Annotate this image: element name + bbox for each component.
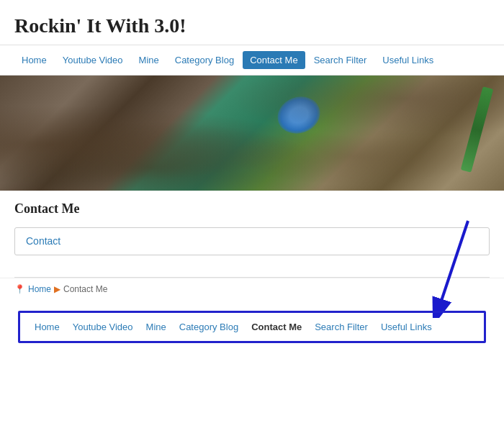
bottom-section: Home Youtube Video Mine Category Blog Co (0, 304, 504, 350)
bottom-nav-link-home[interactable]: Home (29, 319, 66, 335)
nav-link-contact-me[interactable]: Contact Me (243, 51, 305, 69)
bottom-nav-link-useful-links[interactable]: Useful Links (375, 319, 438, 335)
main-nav: Home Youtube Video Mine Category Blog Co… (0, 45, 504, 76)
site-header: Rockin' It With 3.0! (0, 0, 504, 45)
bottom-nav-link-category-blog[interactable]: Category Blog (174, 319, 244, 335)
bottom-nav-wrapper: Home Youtube Video Mine Category Blog Co (7, 304, 497, 350)
bottom-nav: Home Youtube Video Mine Category Blog Co (29, 319, 475, 335)
hero-overlay (0, 76, 504, 191)
breadcrumb-separator: ▶ (54, 284, 60, 294)
nav-link-search-filter[interactable]: Search Filter (307, 51, 374, 69)
nav-item-category-blog[interactable]: Category Blog (168, 51, 241, 69)
bottom-nav-item-youtube[interactable]: Youtube Video (67, 319, 139, 335)
nav-link-category-blog[interactable]: Category Blog (168, 51, 241, 69)
hero-image (0, 76, 504, 191)
nav-item-useful-links[interactable]: Useful Links (375, 51, 441, 69)
nav-item-mine[interactable]: Mine (132, 51, 166, 69)
nav-link-youtube[interactable]: Youtube Video (55, 51, 130, 69)
nav-item-search-filter[interactable]: Search Filter (307, 51, 374, 69)
breadcrumb-current: Contact Me (63, 284, 107, 294)
nav-item-youtube[interactable]: Youtube Video (55, 51, 130, 69)
bottom-nav-link-mine[interactable]: Mine (140, 319, 172, 335)
contact-link[interactable]: Contact (26, 235, 60, 247)
nav-link-home[interactable]: Home (14, 51, 54, 69)
site-title: Rockin' It With 3.0! (14, 14, 490, 37)
bottom-nav-item-useful-links[interactable]: Useful Links (375, 319, 438, 335)
breadcrumb: 📍 Home ▶ Contact Me (0, 278, 504, 300)
breadcrumb-home[interactable]: Home (28, 284, 51, 294)
nav-item-contact-me[interactable]: Contact Me (243, 51, 305, 69)
nav-link-useful-links[interactable]: Useful Links (375, 51, 441, 69)
nav-link-mine[interactable]: Mine (132, 51, 166, 69)
bottom-nav-link-youtube[interactable]: Youtube Video (67, 319, 139, 335)
main-content: Contact Me Contact (0, 191, 504, 277)
bottom-nav-link-contact-me[interactable]: Contact Me (246, 319, 307, 335)
bottom-nav-box: Home Youtube Video Mine Category Blog Co (18, 311, 486, 343)
nav-item-home[interactable]: Home (14, 51, 54, 69)
page-title: Contact Me (14, 201, 490, 217)
bottom-nav-item-home[interactable]: Home (29, 319, 66, 335)
bottom-nav-item-search-filter[interactable]: Search Filter (309, 319, 374, 335)
bottom-nav-item-contact-me[interactable]: Contact Me (246, 319, 307, 335)
page-wrapper: Rockin' It With 3.0! Home Youtube Video … (0, 0, 504, 428)
bottom-nav-item-category-blog[interactable]: Category Blog (174, 319, 244, 335)
bottom-nav-link-search-filter[interactable]: Search Filter (309, 319, 374, 335)
bottom-nav-item-mine[interactable]: Mine (140, 319, 172, 335)
pin-icon: 📍 (14, 284, 25, 294)
contact-box: Contact (14, 227, 490, 255)
